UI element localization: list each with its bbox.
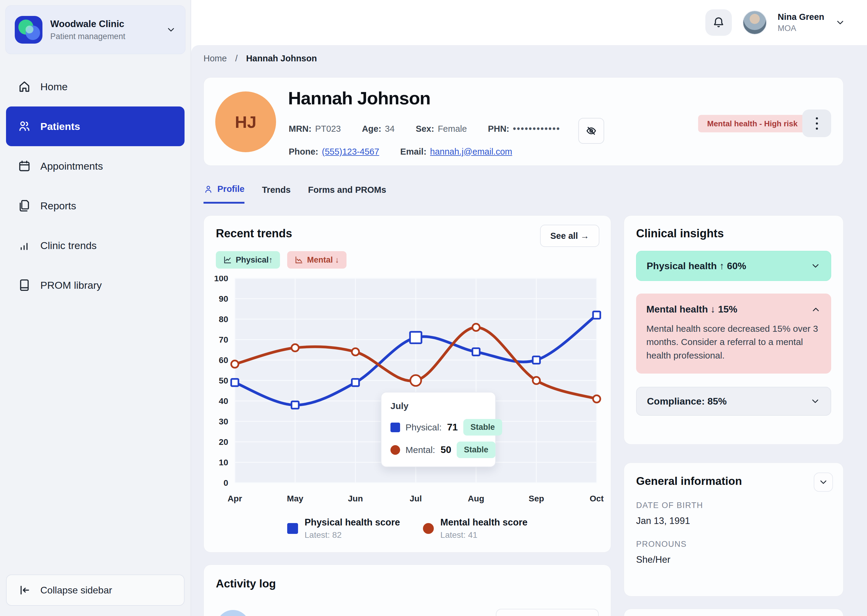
chevron-down-icon [810, 261, 821, 271]
tooltip-mental-row: Mental: 50 Stable [391, 442, 486, 458]
sex-label: Sex: [416, 124, 434, 134]
phone-label: Phone: [289, 147, 318, 156]
status-badge: Stable [463, 419, 502, 435]
collapse-sidebar-label: Collapse sidebar [40, 585, 112, 596]
svg-text:Aug: Aug [468, 494, 484, 503]
mental-swatch [391, 445, 400, 455]
physical-insight-accordion[interactable]: Physical health ↑ 60% [636, 251, 831, 281]
sidebar-item-appointments[interactable]: Appointments [6, 146, 184, 186]
legend-item-physical: Physical health score Latest: 82 [287, 517, 400, 540]
email-link[interactable]: hannah.j@email.com [430, 147, 512, 156]
clinical-insights-title: Clinical insights [636, 227, 831, 240]
sidebar-item-label: PROM library [40, 280, 102, 291]
svg-text:10: 10 [219, 458, 228, 467]
sidebar-item-patients[interactable]: Patients [6, 107, 184, 146]
svg-text:100: 100 [214, 276, 228, 283]
tab-trends[interactable]: Trends [262, 184, 290, 204]
line-chart-icon [223, 255, 232, 264]
notifications-button[interactable] [705, 9, 732, 36]
svg-text:Oct: Oct [590, 494, 604, 503]
phone-link[interactable]: (555)123-4567 [322, 147, 379, 156]
bar-chart-icon [17, 239, 31, 252]
patient-more-actions-button[interactable] [802, 110, 831, 137]
svg-text:70: 70 [219, 335, 228, 344]
tooltip-month: July [391, 401, 486, 411]
tab-label: Forms and PROMs [308, 185, 386, 195]
compliance-accordion[interactable]: Compliance: 85% [636, 387, 831, 416]
phn-label: PHN: [488, 124, 509, 134]
mental-insight-accordion[interactable]: Mental health ↓ 15% Mental health score … [636, 294, 831, 374]
see-all-button[interactable]: See all → [540, 225, 599, 247]
physical-swatch [391, 423, 400, 432]
svg-text:60: 60 [219, 355, 228, 365]
tab-label: Profile [218, 184, 244, 194]
recent-trends-card: Recent trends See all → Physical↑ Mental… [203, 215, 611, 553]
dob-label: DATE OF BIRTH [636, 501, 831, 510]
clinical-insights-card: Clinical insights Physical health ↑ 60% … [624, 215, 843, 445]
sidebar-item-prom-library[interactable]: PROM library [6, 265, 184, 305]
sidebar-item-label: Patients [40, 121, 80, 132]
svg-text:90: 90 [219, 294, 228, 303]
chart-legend: Physical health score Latest: 82 Mental … [204, 517, 611, 540]
user-role: MOA [777, 24, 824, 33]
chevron-down-icon[interactable] [835, 17, 845, 28]
svg-text:Jul: Jul [410, 494, 422, 503]
user-avatar[interactable] [742, 11, 767, 35]
tab-label: Trends [262, 185, 290, 195]
calendar-icon [17, 159, 31, 173]
activity-action-button[interactable] [496, 609, 599, 616]
svg-text:50: 50 [219, 376, 228, 385]
sidebar-item-label: Clinic trends [40, 240, 97, 251]
collapse-sidebar-button[interactable]: Collapse sidebar [6, 575, 184, 606]
main-content: Home / Hannah Johnson HJ Hannah Johnson … [191, 45, 867, 616]
tab-profile[interactable]: Profile [203, 184, 244, 204]
svg-text:May: May [287, 494, 303, 503]
chevron-down-icon [166, 25, 176, 35]
pronouns-label: PRONOUNS [636, 540, 831, 549]
sidebar-item-label: Reports [40, 200, 76, 212]
general-information-title: General information [636, 475, 831, 487]
collapse-card-button[interactable] [814, 473, 833, 492]
mental-swatch [423, 523, 434, 534]
toggle-phn-visibility-button[interactable] [578, 118, 604, 144]
profile-tab-icon [203, 184, 213, 194]
physical-swatch [287, 523, 298, 534]
activity-log-card: Activity log Completed a SF-36 Health S [203, 564, 611, 616]
bell-icon [712, 16, 725, 29]
patient-header-card: HJ Hannah Johnson MRN:PT023 Age:34 Sex:F… [203, 77, 843, 166]
topbar: Nina Green MOA [191, 0, 867, 45]
svg-text:0: 0 [223, 478, 228, 487]
breadcrumb-home[interactable]: Home [203, 53, 227, 63]
clinic-logo [15, 16, 43, 44]
pronouns-value: She/Her [636, 554, 831, 565]
user-name: Nina Green [777, 12, 824, 22]
sidebar-item-label: Home [40, 81, 68, 93]
age-value: 34 [385, 124, 395, 134]
activity-log-title: Activity log [216, 577, 276, 590]
patient-meta-row: MRN:PT023 Age:34 Sex:Female PHN:••••••••… [289, 121, 561, 136]
svg-text:30: 30 [219, 417, 228, 426]
patient-avatar: HJ [215, 91, 276, 152]
patient-tabs: Profile Trends Forms and PROMs [203, 184, 386, 204]
clinic-switcher[interactable]: Woodwale Clinic Patient management [5, 5, 186, 54]
mrn-value: PT023 [315, 124, 341, 134]
tab-forms-and-proms[interactable]: Forms and PROMs [308, 184, 386, 204]
sidebar: Woodwale Clinic Patient management Home … [0, 0, 191, 616]
sidebar-item-home[interactable]: Home [6, 67, 184, 107]
sidebar-item-clinic-trends[interactable]: Clinic trends [6, 226, 184, 265]
sidebar-item-reports[interactable]: Reports [6, 186, 184, 226]
svg-text:40: 40 [219, 396, 228, 406]
sidebar-nav: Home Patients Appointments Reports Clini… [6, 67, 184, 305]
tooltip-physical-row: Physical: 71 Stable [391, 419, 486, 435]
svg-text:Sep: Sep [529, 494, 544, 503]
svg-text:Apr: Apr [228, 494, 242, 503]
email-label: Email: [400, 147, 427, 156]
sidebar-item-label: Appointments [40, 160, 103, 172]
patient-contact-row: Phone:(555)123-4567 Email:hannah.j@email… [289, 145, 512, 159]
breadcrumb: Home / Hannah Johnson [203, 53, 317, 63]
breadcrumb-separator: / [235, 53, 238, 63]
chevron-up-icon [811, 304, 821, 314]
activity-avatar [216, 610, 249, 616]
app-window: Woodwale Clinic Patient management Home … [0, 0, 867, 616]
trend-badges: Physical↑ Mental ↓ [216, 251, 347, 269]
